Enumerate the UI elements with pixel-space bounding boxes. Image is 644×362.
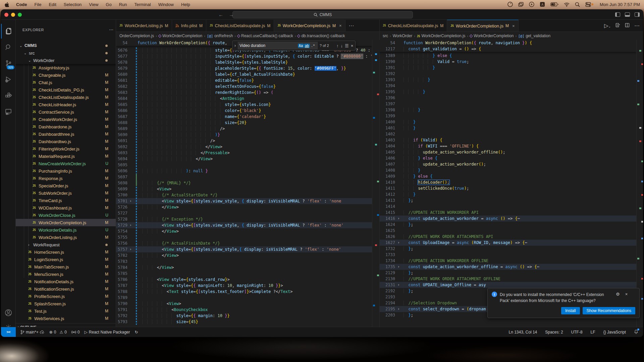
notification-close-icon[interactable]: × bbox=[625, 292, 628, 304]
menu-item-run[interactable]: Run bbox=[115, 2, 131, 7]
tree-file-TimeCard.js[interactable]: JSTimeCard.jsM bbox=[16, 197, 116, 204]
tree-file-LoginScreen.js[interactable]: JSLoginScreen.jsM bbox=[16, 256, 116, 263]
tree-file-WorkOrderClose.js[interactable]: JSWorkOrderClose.jsU bbox=[16, 212, 116, 219]
tree-file-SubWorkOrder.js[interactable]: JSSubWorkOrder.jsM bbox=[16, 189, 116, 197]
tree-file-SplashScreen.js[interactable]: JSSplashScreen.jsM bbox=[16, 300, 116, 307]
grammarly-icon[interactable] bbox=[507, 2, 513, 7]
tree-folder-WorkRequest[interactable]: ›WorkRequest bbox=[16, 241, 116, 248]
tab-WorkOrderCompletion.js[interactable]: JSWorkOrderCompletion.jsM× bbox=[274, 20, 345, 32]
remote-explorer-activity-icon[interactable] bbox=[1, 104, 16, 119]
encoding[interactable]: UTF-8 bbox=[571, 330, 583, 335]
tab-WorkOrderListing.js[interactable]: JSWorkOrderListing.jsM bbox=[116, 20, 172, 32]
tree-file-ProfileScreen.js[interactable]: JSProfileScreen.jsM bbox=[16, 293, 116, 300]
menu-item-go[interactable]: Go bbox=[102, 2, 115, 7]
source-control-activity-icon[interactable]: 325 bbox=[1, 56, 16, 71]
close-find-icon[interactable]: × bbox=[351, 43, 354, 48]
breadcrumb-item[interactable]: WorkOrderCompletion bbox=[470, 34, 514, 38]
match-case-toggle[interactable]: Aa bbox=[298, 44, 304, 48]
tree-file-WorkOrderListing.js[interactable]: JSWorkOrderListing.jsM bbox=[16, 234, 116, 241]
tree-file-MenuScreen.js[interactable]: JSMenuScreen.jsM bbox=[16, 270, 116, 278]
breadcrumb-item[interactable]: JSWorkOrderCompletion.js bbox=[417, 34, 466, 38]
cursor-position[interactable]: Ln 1343, Col 14 bbox=[509, 330, 537, 335]
play-circle-icon[interactable] bbox=[529, 2, 534, 7]
find-in-selection-icon[interactable]: ☰ bbox=[345, 43, 349, 48]
close-tab-icon[interactable]: × bbox=[339, 23, 342, 28]
explorer-activity-icon[interactable] bbox=[1, 24, 16, 39]
sync-icon[interactable]: ↻ bbox=[135, 330, 138, 335]
tab-Info.plist[interactable]: Info.plistM bbox=[172, 20, 206, 32]
left-editor[interactable]: 5676 style={[styles.input, { height: Pla… bbox=[116, 40, 372, 327]
input-source-icon[interactable]: A bbox=[540, 2, 545, 7]
minimize-window-button[interactable] bbox=[11, 13, 15, 17]
close-window-button[interactable] bbox=[4, 13, 8, 17]
breadcrumb-item[interactable]: React.useCallback() callback bbox=[237, 34, 293, 38]
breadcrumb-item[interactable]: OrderCompletion.js bbox=[119, 34, 154, 38]
right-editor[interactable]: 1389 } else {1390 Valid = true;1391 }139… bbox=[379, 40, 636, 327]
tab-CheckListDetalisupdate.js[interactable]: JSCheckListDetalisupdate.jsM bbox=[206, 20, 274, 32]
tree-file-NewCreateWorkOrder.js[interactable]: JSNewCreateWorkOrder.jsU bbox=[16, 160, 116, 167]
notification-settings-gear-icon[interactable]: ⚙ bbox=[616, 292, 620, 304]
outline-section[interactable]: ›OUTLINE bbox=[16, 323, 116, 327]
breadcrumb-item[interactable]: [@]onRefresh bbox=[207, 34, 233, 38]
tab-WorkOrderCompletion.js[interactable]: JSWorkOrderCompletion.jsM× bbox=[447, 20, 518, 32]
accounts-icon[interactable] bbox=[1, 305, 16, 320]
close-tab-icon[interactable]: × bbox=[512, 23, 515, 28]
tree-file-PurchasingInfo.js[interactable]: JSPurchasingInfo.jsM bbox=[16, 167, 116, 175]
install-button[interactable]: Install bbox=[561, 307, 580, 314]
menu-item-file[interactable]: File bbox=[31, 2, 45, 7]
tree-folder-WorkOrder[interactable]: ⌄WorkOrder bbox=[16, 57, 116, 64]
right-breadcrumb[interactable]: src›WorkOrder›JSWorkOrderCompletion.js›W… bbox=[379, 32, 643, 40]
tree-folder-CMMS[interactable]: ⌄CMMS bbox=[16, 42, 116, 49]
tree-file-WorkOrderCompletion.js[interactable]: JSWorkOrderCompletion.jsM bbox=[16, 219, 116, 226]
find-previous-icon[interactable]: ↑ bbox=[336, 43, 339, 48]
tree-file-CheckListHeader.js[interactable]: JSCheckListHeader.jsM bbox=[16, 101, 116, 108]
remote-indicator[interactable]: >< bbox=[1, 327, 16, 337]
tree-file-Chargeable.js[interactable]: JSChargeable.jsM bbox=[16, 71, 116, 79]
notification-bell-icon[interactable] bbox=[634, 329, 638, 335]
search-activity-icon[interactable] bbox=[1, 40, 16, 55]
toggle-replace-icon[interactable]: › bbox=[234, 43, 236, 48]
ports-status[interactable]: 0 bbox=[71, 330, 80, 335]
tree-file-Dashboardthree.js[interactable]: JSDashboardthree.jsM bbox=[16, 130, 116, 138]
tree-file-Dashboardtwo.js[interactable]: JSDashboardtwo.jsM bbox=[16, 138, 116, 145]
extensions-activity-icon[interactable] bbox=[1, 88, 16, 103]
breadcrumb-item[interactable]: [@]get_validation bbox=[518, 34, 550, 38]
wifi-icon[interactable] bbox=[564, 2, 570, 7]
tree-file-CreateWorkOrder.js[interactable]: JSCreateWorkOrder.jsM bbox=[16, 116, 116, 123]
branch-status[interactable]: main*+ bbox=[20, 330, 45, 335]
sticky-line-1217[interactable]: 1217 const get_validation = () => { bbox=[379, 46, 636, 52]
zoom-window-button[interactable] bbox=[18, 13, 22, 17]
command-center[interactable]: CMMS bbox=[232, 11, 413, 18]
task-status[interactable]: ▷ React Native Packager bbox=[85, 330, 130, 335]
toggle-sidebar-icon[interactable] bbox=[615, 12, 620, 17]
menu-item-help[interactable]: Help bbox=[177, 2, 194, 7]
tree-file-FilteringWorkOrder.js[interactable]: JSFilteringWorkOrder.jsM bbox=[16, 145, 116, 153]
tree-file-NotificationDetails.js[interactable]: JSNotificationDetails.jsM bbox=[16, 278, 116, 285]
tree-file-WebServices.js[interactable]: JSWebServices.jsM bbox=[16, 315, 116, 322]
open-changes-icon[interactable] bbox=[615, 23, 620, 29]
stacked-windows-icon[interactable] bbox=[518, 2, 524, 7]
left-breadcrumb[interactable]: OrderCompletion.js›WorkOrderCompletion›[… bbox=[116, 32, 379, 40]
tree-file-MainTabScreen.js[interactable]: JSMainTabScreen.jsM bbox=[16, 263, 116, 270]
nav-back-icon[interactable]: ← bbox=[218, 12, 223, 17]
more-actions-icon[interactable]: ⋯ bbox=[634, 22, 640, 29]
right-overview-ruler[interactable] bbox=[636, 40, 643, 327]
sticky-line-54[interactable]: 54function WorkOrderCompletion({ route, … bbox=[379, 40, 636, 46]
breadcrumb-item[interactable]: WorkOrder bbox=[393, 34, 412, 38]
apple-menu-icon[interactable] bbox=[5, 2, 9, 7]
menu-item-terminal[interactable]: Terminal bbox=[131, 2, 155, 7]
whole-word-toggle[interactable]: ab bbox=[304, 44, 310, 48]
breadcrumb-item[interactable]: WorkOrderCompletion bbox=[159, 34, 202, 38]
run-debug-activity-icon[interactable] bbox=[1, 72, 16, 87]
tree-file-CheckListDetalis_PG.js[interactable]: JSCheckListDetalis_PG.jsM bbox=[16, 86, 116, 94]
indentation[interactable]: Spaces: 2 bbox=[545, 330, 563, 335]
eol[interactable]: LF bbox=[591, 330, 595, 335]
tree-file-NotificationScreen.js[interactable]: JSNotificationScreen.jsM bbox=[16, 285, 116, 293]
tab-CheckListDetalisupdate.js[interactable]: JSCheckListDetalisupdate.jsM bbox=[379, 20, 447, 32]
tree-file-HomeScreen.js[interactable]: JSHomeScreen.jsM bbox=[16, 248, 116, 256]
menu-clock[interactable]: Mon Jun 30 7:57 PM bbox=[600, 2, 640, 7]
run-file-icon[interactable]: ▷⌄ bbox=[604, 22, 611, 29]
tree-file-MaterialRequest.js[interactable]: JSMaterialRequest.jsM bbox=[16, 153, 116, 160]
find-input[interactable]: Video duration Aa ab .* bbox=[238, 42, 318, 49]
tree-file-Dashboardone.js[interactable]: JSDashboardone.jsM bbox=[16, 123, 116, 130]
